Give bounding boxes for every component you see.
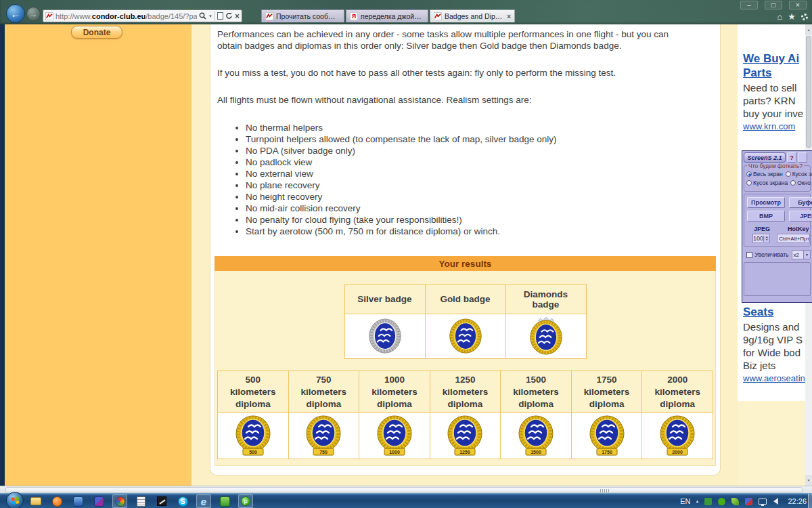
home-icon[interactable]: ⌂ (777, 12, 782, 21)
dropdown-arrow-icon: ▼ (803, 251, 810, 259)
tab-close-icon[interactable]: × (505, 13, 511, 20)
enlarge-checkbox[interactable] (746, 252, 752, 258)
screens-utility-window: ScreenS 2.1 ? Что будем фоткать? Весь эк… (742, 150, 812, 303)
taskbar-green-app-icon[interactable] (217, 494, 232, 508)
tray-app-icon[interactable] (744, 497, 753, 506)
diploma-table: 500 kilometers diploma 750 kilometers di… (217, 371, 713, 459)
enlarge-factor-dropdown[interactable]: x2 ▼ (792, 250, 811, 259)
taskbar-skype-icon[interactable]: S (175, 494, 190, 508)
taskbar-internet-explorer-icon[interactable]: e (196, 494, 211, 508)
taskbar-utorrent-icon[interactable]: µ (238, 494, 253, 508)
badge-header-silver: Silver badge (344, 284, 425, 314)
start-button[interactable] (6, 492, 24, 508)
stop-icon[interactable]: × (235, 12, 240, 21)
search-dropdown-icon[interactable]: ▼ (208, 14, 212, 18)
spin-down-icon[interactable]: ▼ (764, 238, 769, 242)
compatibility-view-icon[interactable] (217, 12, 223, 20)
enlarge-row: Увеличивать x2 ▼ (746, 250, 811, 259)
show-desktop-button[interactable] (808, 494, 812, 508)
tray-volume-icon[interactable] (771, 497, 780, 506)
diamonds-badge-icon (528, 317, 564, 356)
diploma-badge-icon: 1750 (588, 415, 626, 457)
diploma-badge-icon: 500 (234, 415, 272, 457)
maximize-button[interactable]: □ (765, 1, 782, 9)
jpeg-quality-stepper[interactable]: 100 ▲▼ (752, 234, 770, 243)
badge-cell-silver (344, 314, 425, 359)
taskbar-document-app-icon[interactable] (133, 494, 148, 508)
tab-yandex[interactable]: Я переделка джойстика — Янде... (346, 9, 428, 22)
favorites-star-icon[interactable]: ★ (788, 12, 796, 21)
widget-titlebar[interactable]: ScreenS 2.1 ? (744, 152, 811, 163)
taskbar-editor-icon[interactable] (154, 494, 169, 508)
tab-message[interactable]: Прочитать сообщение - Con... (261, 9, 344, 22)
radio-label: Окно (797, 179, 811, 186)
tools-gear-icon[interactable] (801, 14, 808, 20)
taskbar-explorer-icon[interactable] (28, 494, 43, 508)
condor-club-favicon (45, 12, 53, 20)
close-button[interactable]: × (789, 1, 807, 9)
capture-mode-group: Что будем фоткать? Весь экран Кусок экра… (744, 165, 811, 192)
radio-screen-part-2[interactable]: Кусок экрана (746, 179, 788, 186)
donate-button[interactable]: Donate (71, 26, 122, 39)
clipboard-button[interactable]: Буфер (789, 197, 812, 208)
enlarge-label: Увеличивать (755, 251, 789, 258)
taskbar-blue-app-icon[interactable] (70, 494, 85, 508)
radio-window[interactable]: Окно (790, 179, 811, 186)
tray-green-app-icon[interactable] (704, 497, 713, 506)
clock[interactable]: 22:26 (788, 497, 807, 505)
tab-badges-active[interactable]: Badges and Diplomas - Con... × (430, 9, 515, 22)
forward-button[interactable]: → (26, 7, 41, 21)
scroll-grip (600, 489, 610, 492)
diploma-header: 1500 kilometers diploma (501, 371, 572, 413)
ad-url-link[interactable]: www.krn.com (743, 121, 805, 131)
minimize-button[interactable]: – (740, 1, 758, 9)
horizontal-scrollbar[interactable] (0, 486, 812, 493)
screen: ← → http://www.condor-club.eu/badge/145/… (0, 0, 812, 508)
bmp-button[interactable]: BMP (747, 211, 785, 221)
hotkey-dropdown[interactable]: Ctrl+Alt+Прт (777, 234, 810, 243)
hotkey-label: HotKey (788, 226, 809, 232)
diploma-header: 1750 kilometers diploma (571, 371, 642, 413)
scroll-up-icon[interactable]: ▲ (805, 24, 812, 35)
address-bar[interactable]: http://www.condor-club.eu/badge/145/?pag… (43, 9, 242, 22)
system-tray: EN ▲ 22:26 (680, 494, 807, 508)
language-indicator[interactable]: EN (680, 497, 690, 505)
radio-selected-icon (746, 171, 752, 177)
ad-url-link[interactable]: www.aeroseatin (743, 373, 805, 383)
browser-chrome: ← → http://www.condor-club.eu/badge/145/… (0, 0, 812, 24)
refresh-icon[interactable] (225, 12, 233, 20)
horizontal-scroll-thumb[interactable] (5, 487, 803, 493)
taskbar-game-icon[interactable] (91, 494, 106, 508)
radio-label: Кусок экрана (753, 179, 788, 186)
preview-button[interactable]: Просмотр (747, 197, 785, 208)
search-icon[interactable] (199, 12, 206, 20)
windows-logo-icon (11, 496, 19, 504)
taskbar-running-app-icon[interactable] (112, 494, 127, 508)
tray-leaf-app-icon[interactable] (731, 497, 740, 506)
radio-icon (790, 180, 796, 186)
tray-expand-icon[interactable]: ▲ (696, 499, 700, 503)
condor-club-favicon (434, 12, 442, 20)
radio-full-screen[interactable]: Весь экран (746, 171, 783, 177)
list-item: Start by aerotow (500 m, 750 m for dista… (246, 226, 720, 237)
ad-title-link[interactable]: Seats (743, 305, 805, 319)
command-bar: ⌂ ★ (777, 12, 808, 21)
radio-icon (746, 180, 752, 186)
scroll-down-icon[interactable]: ▼ (805, 475, 812, 486)
list-item: No penalty for cloud flying (take your r… (246, 214, 720, 226)
svg-text:500: 500 (249, 450, 257, 454)
diploma-cell: 1000 (359, 413, 430, 459)
badge-cell-diamonds (505, 314, 586, 359)
radio-screen-part[interactable]: Кусок экра (786, 171, 812, 177)
tray-network-icon[interactable] (758, 497, 767, 506)
hotkey-value: Ctrl+Alt+Прт (779, 236, 809, 242)
widget-help-button[interactable]: ? (787, 152, 796, 163)
taskbar-media-player-icon[interactable] (49, 494, 64, 508)
tray-utorrent-icon[interactable] (717, 497, 726, 506)
forward-icon: → (30, 9, 38, 19)
widget-menu-button[interactable] (798, 152, 807, 163)
vertical-scroll-thumb[interactable] (806, 36, 811, 148)
ad-title-link[interactable]: We Buy Ai Parts (743, 51, 805, 80)
jpeg-button[interactable]: JPEG (789, 211, 812, 221)
back-button[interactable]: ← (6, 4, 25, 23)
